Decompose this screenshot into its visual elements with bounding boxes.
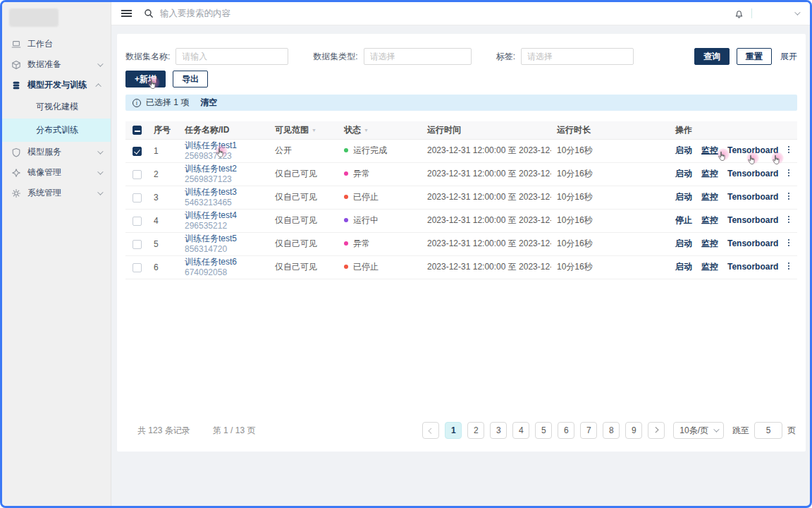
user-menu-chevron-icon[interactable] bbox=[794, 9, 800, 15]
filter-triangle-icon[interactable]: ▼ bbox=[364, 128, 369, 133]
action-link[interactable]: 监控 bbox=[701, 145, 718, 155]
action-link[interactable]: 监控 bbox=[701, 169, 718, 179]
column-header-index: 序号 bbox=[148, 121, 179, 139]
jump-to-label: 跳至 bbox=[732, 425, 749, 437]
more-actions-icon[interactable] bbox=[787, 216, 790, 224]
jump-page-input[interactable] bbox=[754, 422, 782, 439]
chevron-down-icon bbox=[97, 61, 103, 66]
sidebar-subitem-label: 分布式训练 bbox=[36, 124, 78, 136]
action-link[interactable]: 启动 bbox=[675, 145, 692, 155]
row-runtime: 2023-12-31 12:00:00 至 2023-12-31 12:00:0… bbox=[422, 139, 551, 162]
cube-icon bbox=[11, 60, 21, 70]
action-link[interactable]: 监控 bbox=[701, 215, 718, 225]
reset-button[interactable]: 重置 bbox=[737, 48, 772, 65]
row-duration: 10分16秒 bbox=[551, 209, 670, 232]
task-name-link[interactable]: 训练任务test2 bbox=[185, 164, 264, 174]
page-button-3[interactable]: 3 bbox=[490, 422, 507, 439]
compass-icon bbox=[11, 168, 21, 178]
page-button-1[interactable]: 1 bbox=[445, 422, 462, 439]
table-body: 1 训练任务test1 2569837123 公开 运行完成 2023-12-3… bbox=[125, 139, 797, 279]
row-actions: 停止监控Tensorboard bbox=[670, 209, 797, 232]
action-link[interactable]: Tensorboard bbox=[727, 192, 778, 202]
more-actions-icon[interactable] bbox=[787, 193, 790, 201]
chevron-up-icon bbox=[95, 83, 101, 89]
sidebar-item-model-dev[interactable]: 模型开发与训练 bbox=[2, 75, 111, 95]
task-name-link[interactable]: 训练任务test3 bbox=[185, 187, 264, 198]
action-link[interactable]: 停止 bbox=[675, 215, 692, 225]
sidebar-item-workbench[interactable]: 工作台 bbox=[2, 34, 111, 54]
dataset-name-input[interactable] bbox=[176, 48, 288, 65]
selection-count-text: 已选择 1 项 bbox=[146, 97, 189, 109]
page-button-6[interactable]: 6 bbox=[558, 422, 574, 439]
row-actions: 启动监控Tensorboard bbox=[670, 139, 797, 162]
row-checkbox[interactable] bbox=[133, 240, 142, 249]
filter-buttons: 查询 重置 展开 bbox=[694, 48, 797, 65]
row-duration: 10分16秒 bbox=[551, 139, 670, 162]
status-badge: 运行中 bbox=[353, 215, 379, 225]
export-button[interactable]: 导出 bbox=[173, 71, 208, 87]
more-actions-icon[interactable] bbox=[787, 239, 790, 248]
row-duration: 10分16秒 bbox=[551, 162, 670, 186]
row-runtime: 2023-12-31 12:00:00 至 2023-12-31 12:00:0… bbox=[422, 186, 551, 209]
action-link[interactable]: Tensorboard bbox=[727, 145, 778, 155]
action-link[interactable]: 启动 bbox=[675, 192, 692, 202]
status-dot bbox=[344, 171, 348, 176]
page-button-2[interactable]: 2 bbox=[467, 422, 484, 439]
search-input[interactable] bbox=[160, 8, 329, 18]
action-link[interactable]: 监控 bbox=[701, 192, 718, 202]
logo-placeholder bbox=[9, 8, 59, 27]
sidebar-item-system-mgmt[interactable]: 系统管理 bbox=[2, 183, 111, 203]
bell-icon[interactable] bbox=[734, 8, 744, 19]
task-name-link[interactable]: 训练任务test6 bbox=[185, 257, 264, 267]
sidebar-subitem-distributed-training[interactable]: 分布式训练 bbox=[2, 119, 111, 142]
more-actions-icon[interactable] bbox=[787, 146, 790, 155]
row-checkbox[interactable] bbox=[133, 217, 142, 226]
add-button[interactable]: +新增 bbox=[125, 71, 166, 87]
more-actions-icon[interactable] bbox=[787, 169, 790, 178]
task-name-link[interactable]: 训练任务test5 bbox=[185, 234, 264, 244]
action-link[interactable]: 启动 bbox=[675, 262, 692, 272]
action-link[interactable]: 启动 bbox=[675, 238, 692, 248]
sidebar-item-data-prep[interactable]: 数据准备 bbox=[2, 54, 111, 75]
action-link[interactable]: 监控 bbox=[701, 262, 718, 272]
page-button-4[interactable]: 4 bbox=[512, 422, 529, 439]
row-checkbox[interactable] bbox=[133, 193, 142, 202]
hamburger-menu-icon[interactable] bbox=[121, 8, 132, 18]
sidebar-item-image-mgmt[interactable]: 镜像管理 bbox=[2, 162, 111, 183]
action-link[interactable]: Tensorboard bbox=[727, 238, 778, 248]
row-visibility: 仅自己可见 bbox=[269, 232, 338, 255]
page-button-8[interactable]: 8 bbox=[603, 422, 620, 439]
more-actions-icon[interactable] bbox=[787, 262, 790, 271]
row-checkbox[interactable] bbox=[133, 170, 142, 179]
row-checkbox[interactable] bbox=[133, 263, 142, 272]
page-button-5[interactable]: 5 bbox=[535, 422, 552, 439]
task-id: 856314720 bbox=[185, 244, 264, 255]
select-all-checkbox[interactable] bbox=[133, 126, 142, 135]
column-header-actions: 操作 bbox=[670, 121, 797, 139]
page-button-9[interactable]: 9 bbox=[625, 422, 642, 439]
prev-page-button[interactable] bbox=[422, 422, 439, 439]
action-link[interactable]: Tensorboard bbox=[727, 169, 778, 179]
chevron-down-icon bbox=[97, 148, 103, 154]
action-link[interactable]: Tensorboard bbox=[727, 215, 778, 225]
search-button[interactable]: 查询 bbox=[694, 48, 730, 65]
next-page-button[interactable] bbox=[648, 422, 665, 439]
dataset-type-select[interactable]: 请选择 bbox=[364, 48, 472, 65]
table-row: 2 训练任务test2 2569837123 仅自己可见 异常 2023-12-… bbox=[125, 162, 797, 186]
sidebar-subitem-visual-modeling[interactable]: 可视化建模 bbox=[2, 95, 111, 119]
task-name-link[interactable]: 训练任务test4 bbox=[185, 210, 264, 221]
page-button-7[interactable]: 7 bbox=[580, 422, 597, 439]
sidebar-item-model-service[interactable]: 模型服务 bbox=[2, 142, 111, 162]
expand-link[interactable]: 展开 bbox=[780, 51, 797, 63]
status-badge: 已停止 bbox=[353, 192, 379, 202]
action-link[interactable]: 监控 bbox=[701, 238, 718, 248]
filter-triangle-icon[interactable]: ▼ bbox=[312, 128, 316, 133]
row-checkbox[interactable] bbox=[133, 147, 142, 156]
action-link[interactable]: Tensorboard bbox=[727, 262, 778, 272]
row-index: 5 bbox=[148, 232, 179, 255]
tag-select[interactable]: 请选择 bbox=[521, 48, 634, 65]
clear-selection-link[interactable]: 清空 bbox=[200, 97, 217, 109]
action-link[interactable]: 启动 bbox=[675, 169, 692, 179]
task-name-link[interactable]: 训练任务test1 bbox=[185, 140, 264, 151]
page-size-select[interactable]: 10条/页 bbox=[673, 422, 724, 439]
